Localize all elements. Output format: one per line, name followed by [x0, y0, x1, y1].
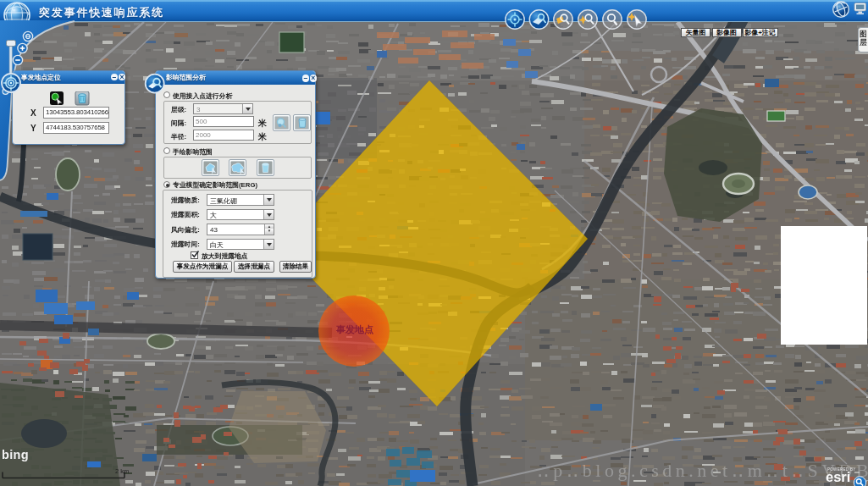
- svg-text:2 km: 2 km: [115, 467, 129, 475]
